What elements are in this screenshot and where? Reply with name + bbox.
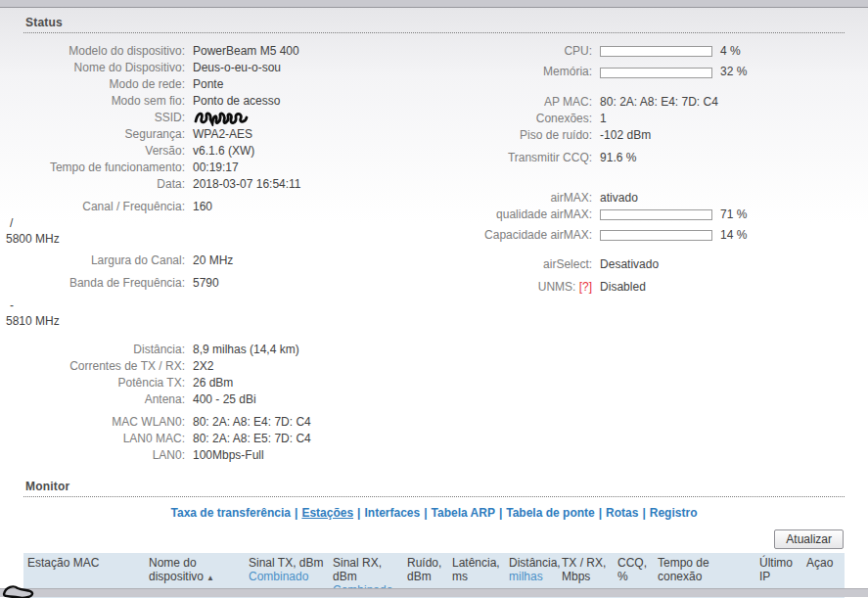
tab-separator: | [599,506,602,520]
device-name-value: Deus-o-eu-o-sou [193,60,281,76]
cpu-progressbar [600,46,712,57]
uptime-value: 00:19:17 [193,160,239,176]
refresh-button[interactable]: Atualizar [774,529,844,549]
channel-frequency-value: 160 [193,199,212,215]
redacted-scribble [2,584,35,598]
memory-progressbar [600,68,712,78]
top-window-strip [0,0,868,8]
connections-value: 1 [600,111,607,127]
tab-arp-table[interactable]: Tabela ARP [432,506,495,520]
frequency-overflow-high: 5810 MHz [6,313,426,329]
ap-mac-label: AP MAC: [426,94,600,111]
tab-separator: | [499,506,502,520]
airos-status-page: Status Modelo do dispositivo:PowerBeam M… [0,8,868,597]
status-section-title: Status [23,14,845,33]
tab-separator: | [295,506,297,520]
channel-width-label: Largura do Canal: [23,253,193,269]
tab-separator: | [424,506,427,520]
tab-throughput[interactable]: Taxa de transferência [171,506,292,520]
version-value: v6.1.6 (XW) [193,143,254,160]
tab-log[interactable]: Registro [650,506,698,520]
redacted-scribble [193,110,250,126]
combined-link[interactable]: Combinado [249,570,325,583]
airselect-value: Desativado [600,256,659,273]
security-label: Segurança: [23,126,193,143]
lan0-mac-value: 80: 2A: A8: E5: 7D: C4 [193,431,311,447]
monitor-section-title: Monitor [23,478,845,497]
antenna-label: Antena: [23,391,193,408]
ssid-label: SSID: [23,110,193,126]
tx-power-label: Potência TX: [23,375,193,391]
airmax-value: ativado [600,190,638,207]
device-model-label: Modelo do dispositivo: [23,43,193,60]
memory-label: Memória: [426,64,600,80]
lan0-speed-label: LAN0: [23,447,193,464]
wireless-mode-value: Ponto de acesso [193,93,280,110]
channel-frequency-label: Canal / Frequência: [23,199,193,215]
airmax-capacity-progressbar [600,230,712,241]
status-grid: Modelo do dispositivo:PowerBeam M5 400 N… [23,33,845,464]
noise-floor-value: -102 dBm [600,127,651,144]
wlan0-mac-value: 80: 2A: A8: E4: 7D: C4 [193,414,311,431]
connections-label: Conexões: [426,111,600,127]
security-value: WPA2-AES [193,126,252,143]
memory-percent: 32 % [720,66,747,79]
lan0-speed-value: 100Mbps-Full [193,447,264,464]
chains-label: Correntes de TX / RX: [23,358,193,375]
airselect-label: airSelect: [426,256,600,273]
chains-value: 2X2 [193,358,213,375]
wireless-mode-label: Modo sem fio: [23,93,193,110]
network-mode-value: Ponte [193,76,223,93]
airmax-quality-percent: 71 % [720,207,747,221]
device-name-label: Nome do Dispositivo: [23,60,193,76]
tab-bridge-table[interactable]: Tabela de ponte [506,506,594,520]
status-right-column: CPU:4 % Memória:32 % AP MAC:80: 2A: A8: … [426,43,845,464]
ap-mac-value: 80: 2A: A8: E4: 7D: C4 [600,94,718,111]
channel-width-value: 20 MHz [193,253,233,269]
ssid-value-redacted [193,110,250,126]
tab-separator: | [642,506,645,520]
miles-unit-link[interactable]: milhas [509,570,554,583]
antenna-value: 400 - 25 dBi [193,391,256,408]
frequency-overflow-dash: - [10,298,426,313]
unms-value: Disabled [600,279,646,296]
bottom-window-strip [0,588,868,597]
transmit-ccq-value: 91.6 % [600,150,636,166]
lan0-mac-label: LAN0 MAC: [23,431,193,447]
status-left-column: Modelo do dispositivo:PowerBeam M5 400 N… [23,43,426,464]
unms-help-link[interactable]: [?] [579,280,592,294]
frequency-band-value: 5790 [193,275,219,292]
distance-label: Distância: [23,342,193,358]
frequency-band-label: Banda de Frequência: [23,275,193,292]
airmax-quality-label: qualidade airMAX: [426,207,600,223]
airmax-capacity-percent: 14 % [720,228,747,242]
frequency-overflow-slash: / [10,215,426,231]
device-model-value: PowerBeam M5 400 [193,43,299,60]
cpu-percent: 4 % [720,44,741,58]
noise-floor-label: Piso de ruído: [426,127,600,144]
airmax-capacity-label: Capacidade airMAX: [426,227,600,244]
network-mode-label: Modo de rede: [23,76,193,93]
frequency-overflow-low: 5800 MHz [6,231,426,247]
tab-interfaces[interactable]: Interfaces [364,506,420,520]
airmax-quality-progressbar [600,209,712,220]
date-value: 2018-03-07 16:54:11 [193,176,301,193]
stations-toolbar: Atualizar [23,529,845,549]
transmit-ccq-label: Transmitir CCQ: [426,150,600,166]
tx-power-value: 26 dBm [193,375,233,391]
uptime-label: Tempo de funcionamento: [23,160,193,176]
monitor-tabs: Taxa de transferência|Estações|Interface… [23,506,845,520]
unms-label: UNMS: [?] [426,279,600,296]
version-label: Versão: [23,143,193,160]
sort-ascending-icon: ▲ [206,574,214,582]
date-label: Data: [23,176,193,193]
tab-separator: | [357,506,360,520]
wlan0-mac-label: MAC WLAN0: [23,414,193,431]
tab-stations[interactable]: Estações [301,506,353,520]
airmax-label: airMAX: [426,190,600,207]
cpu-label: CPU: [426,43,600,60]
distance-value: 8,9 milhas (14,4 km) [193,342,299,358]
tab-routes[interactable]: Rotas [606,506,638,520]
